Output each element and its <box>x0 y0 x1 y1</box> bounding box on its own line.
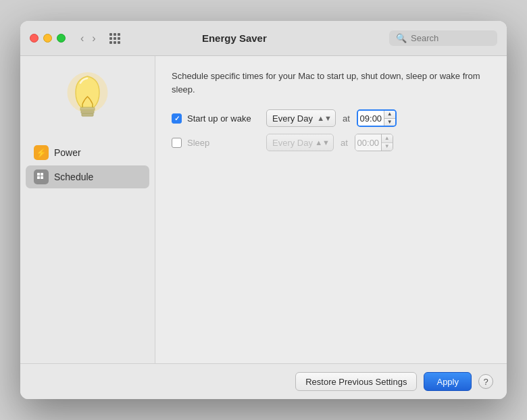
sidebar: ⚡ Power Schedule <box>20 56 155 363</box>
svg-rect-3 <box>82 113 93 116</box>
sleep-time-up[interactable]: ▲ <box>382 134 393 143</box>
sleep-at-label: at <box>341 138 348 148</box>
svg-rect-11 <box>41 176 43 179</box>
apply-button[interactable]: Apply <box>424 372 472 391</box>
bulb-illustration <box>62 67 113 128</box>
search-box[interactable]: 🔍 <box>389 30 497 46</box>
sleep-time-down[interactable]: ▼ <box>382 143 393 151</box>
energy-saver-icon <box>62 67 113 128</box>
schedule-row-1: Start up or wake Every Day Weekdays Week… <box>172 109 491 127</box>
startup-time-down[interactable]: ▼ <box>384 119 395 126</box>
startup-time-input[interactable] <box>358 111 384 126</box>
sleep-label: Sleep <box>187 138 209 148</box>
sleep-day-select-wrapper[interactable]: Every Day Weekdays Weekends ▲▼ <box>266 134 334 151</box>
sidebar-item-schedule-label: Schedule <box>54 172 93 182</box>
startup-day-select-wrapper[interactable]: Every Day Weekdays Weekends Monday Tuesd… <box>266 109 336 127</box>
search-icon: 🔍 <box>396 33 407 43</box>
startup-label: Start up or wake <box>187 113 251 124</box>
startup-checkbox[interactable] <box>172 113 182 124</box>
main-content: ⚡ Power Schedule <box>20 56 507 363</box>
svg-rect-1 <box>80 107 95 111</box>
minimize-button[interactable] <box>43 34 52 43</box>
power-icon: ⚡ <box>34 145 49 160</box>
close-button[interactable] <box>30 34 39 43</box>
svg-rect-9 <box>41 173 43 176</box>
help-button[interactable]: ? <box>478 374 493 389</box>
svg-rect-8 <box>37 173 40 176</box>
traffic-lights <box>30 34 66 43</box>
sleep-time-stepper: ▲ ▼ <box>381 134 393 151</box>
svg-rect-10 <box>37 176 40 179</box>
search-input[interactable] <box>411 33 491 43</box>
startup-day-select[interactable]: Every Day Weekdays Weekends Monday Tuesd… <box>266 109 336 127</box>
sidebar-item-power[interactable]: ⚡ Power <box>26 141 149 164</box>
schedule-icon <box>34 169 49 184</box>
sleep-checkbox[interactable] <box>172 138 182 148</box>
restore-previous-settings-button[interactable]: Restore Previous Settings <box>295 372 417 391</box>
startup-time-up[interactable]: ▲ <box>384 111 395 119</box>
window-title: Energy Saver <box>88 32 381 44</box>
schedule-rows: Start up or wake Every Day Weekdays Week… <box>172 109 491 151</box>
schedule-row-2: Sleep Every Day Weekdays Weekends ▲▼ at <box>172 134 491 151</box>
sleep-day-select[interactable]: Every Day Weekdays Weekends <box>266 134 334 151</box>
content-panel: Schedule specific times for your Mac to … <box>155 56 507 363</box>
sleep-time-input[interactable] <box>355 134 381 151</box>
startup-checkbox-label[interactable]: Start up or wake <box>172 113 259 124</box>
sidebar-item-power-label: Power <box>54 147 81 158</box>
sleep-checkbox-label[interactable]: Sleep <box>172 138 259 148</box>
startup-at-label: at <box>343 113 350 124</box>
schedule-description: Schedule specific times for your Mac to … <box>172 70 491 96</box>
sleep-time-spinner[interactable]: ▲ ▼ <box>355 134 393 151</box>
startup-time-stepper: ▲ ▼ <box>384 111 395 126</box>
main-window: ‹ › Energy Saver 🔍 <box>20 21 507 399</box>
maximize-button[interactable] <box>57 34 66 43</box>
titlebar: ‹ › Energy Saver 🔍 <box>20 21 507 56</box>
sidebar-items: ⚡ Power Schedule <box>20 141 155 188</box>
sidebar-item-schedule[interactable]: Schedule <box>26 165 149 188</box>
startup-time-spinner[interactable]: ▲ ▼ <box>357 109 397 127</box>
back-button[interactable]: ‹ <box>78 32 86 45</box>
bottom-bar: Restore Previous Settings Apply ? <box>20 363 507 399</box>
